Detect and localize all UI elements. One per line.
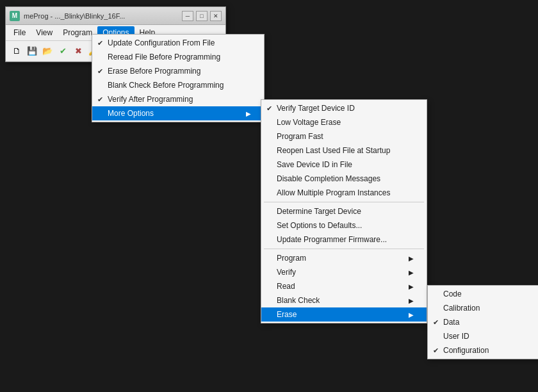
erase-dropdown: Code Calibration ✔ Data User ID ✔ Config… (427, 285, 538, 359)
menu-set-options[interactable]: Set Options to Defaults... (261, 218, 427, 233)
app-icon: M (10, 11, 20, 21)
label-update-firmware: Update Programmer Firmware... (277, 235, 414, 244)
toolbar-open[interactable]: 📂 (40, 44, 54, 58)
blank-check-sub-arrow: ▶ (409, 297, 414, 304)
label-allow-multiple: Allow Multiple Program Instances (277, 188, 414, 197)
menu-program-fast[interactable]: Program Fast (261, 129, 427, 143)
erase-data[interactable]: ✔ Data (428, 315, 538, 329)
menu-low-voltage[interactable]: Low Voltage Erase (261, 115, 427, 129)
separator-2 (264, 249, 424, 249)
label-disable-completion: Disable Completion Messages (277, 174, 414, 183)
label-reopen-last: Reopen Last Used File at Startup (277, 146, 414, 155)
menu-program-sub[interactable]: Program ▶ (261, 251, 427, 265)
label-more-options: More Options (108, 109, 241, 118)
title-controls: ─ □ ✕ (182, 11, 222, 21)
verify-sub-arrow: ▶ (409, 269, 414, 276)
label-read-sub: Read (277, 282, 403, 291)
label-calibration: Calibration (443, 304, 538, 313)
menu-allow-multiple[interactable]: Allow Multiple Program Instances (261, 186, 427, 200)
check-verify-target: ✔ (266, 104, 277, 113)
more-options-dropdown: ✔ Verify Target Device ID Low Voltage Er… (261, 99, 427, 323)
menu-verify-sub[interactable]: Verify ▶ (261, 265, 427, 279)
label-determine-target: Determine Target Device (277, 207, 414, 216)
more-options-arrow: ▶ (246, 110, 251, 117)
label-verify-sub: Verify (277, 268, 403, 277)
menu-blank-check-sub[interactable]: Blank Check ▶ (261, 293, 427, 307)
separator-1 (264, 202, 424, 202)
label-erase-sub: Erase (277, 310, 403, 319)
program-sub-arrow: ▶ (409, 255, 414, 262)
menu-reopen-last[interactable]: Reopen Last Used File at Startup (261, 143, 427, 158)
label-set-options: Set Options to Defaults... (277, 221, 414, 230)
title-bar: M meProg - ..._Blinky\Blinky_16F... ─ □ … (6, 7, 225, 25)
label-user-id: User ID (443, 332, 538, 341)
label-reread-file: Reread File Before Programming (108, 53, 251, 61)
label-code: Code (443, 290, 538, 298)
menu-disable-completion[interactable]: Disable Completion Messages (261, 172, 427, 186)
label-data: Data (443, 318, 538, 327)
check-update-config: ✔ (97, 39, 108, 47)
menu-file[interactable]: File (8, 26, 31, 39)
toolbar-save[interactable]: 💾 (25, 44, 39, 58)
label-configuration: Configuration (443, 346, 538, 355)
close-button[interactable]: ✕ (210, 11, 222, 21)
menu-more-options[interactable]: More Options ▶ (92, 106, 264, 120)
menu-determine-target[interactable]: Determine Target Device (261, 204, 427, 218)
erase-calibration[interactable]: Calibration (428, 301, 538, 315)
label-blank-check: Blank Check Before Programming (108, 81, 251, 90)
toolbar-check[interactable]: ✔ (56, 44, 70, 58)
check-erase-before: ✔ (97, 67, 108, 76)
menu-erase-before[interactable]: ✔ Erase Before Programming (92, 64, 264, 78)
label-program-sub: Program (277, 254, 403, 263)
label-verify-target: Verify Target Device ID (277, 104, 414, 113)
menu-update-config[interactable]: ✔ Update Configuration From File (92, 36, 264, 50)
label-save-device-id: Save Device ID in File (277, 160, 414, 169)
check-configuration: ✔ (433, 347, 443, 355)
label-update-config: Update Configuration From File (108, 38, 251, 47)
toolbar-new[interactable]: 🗋 (10, 44, 24, 58)
menu-save-device-id[interactable]: Save Device ID in File (261, 158, 427, 172)
window-title: meProg - ..._Blinky\Blinky_16F... (24, 12, 125, 20)
toolbar-x[interactable]: ✖ (71, 44, 85, 58)
menu-view[interactable]: View (31, 26, 58, 39)
label-blank-check-sub: Blank Check (277, 296, 403, 305)
label-verify-after: Verify After Programming (108, 95, 251, 104)
erase-code[interactable]: Code (428, 287, 538, 301)
minimize-button[interactable]: ─ (182, 11, 193, 21)
menu-reread-file[interactable]: Reread File Before Programming (92, 50, 264, 64)
menu-verify-target[interactable]: ✔ Verify Target Device ID (261, 101, 427, 115)
check-verify-after: ✔ (97, 95, 108, 104)
menu-read-sub[interactable]: Read ▶ (261, 279, 427, 293)
maximize-button[interactable]: □ (196, 11, 208, 21)
label-low-voltage: Low Voltage Erase (277, 118, 414, 127)
menu-verify-after[interactable]: ✔ Verify After Programming (92, 92, 264, 106)
erase-user-id[interactable]: User ID (428, 329, 538, 343)
menu-erase-sub[interactable]: Erase ▶ (261, 307, 427, 322)
menu-update-firmware[interactable]: Update Programmer Firmware... (261, 233, 427, 247)
label-erase-before: Erase Before Programming (108, 67, 251, 76)
check-data: ✔ (433, 318, 443, 327)
read-sub-arrow: ▶ (409, 283, 414, 290)
erase-sub-arrow: ▶ (409, 311, 414, 318)
options-dropdown: ✔ Update Configuration From File Reread … (92, 34, 265, 122)
menu-blank-check[interactable]: Blank Check Before Programming (92, 78, 264, 92)
label-program-fast: Program Fast (277, 132, 414, 141)
erase-configuration[interactable]: ✔ Configuration (428, 343, 538, 357)
title-bar-left: M meProg - ..._Blinky\Blinky_16F... (10, 11, 125, 21)
